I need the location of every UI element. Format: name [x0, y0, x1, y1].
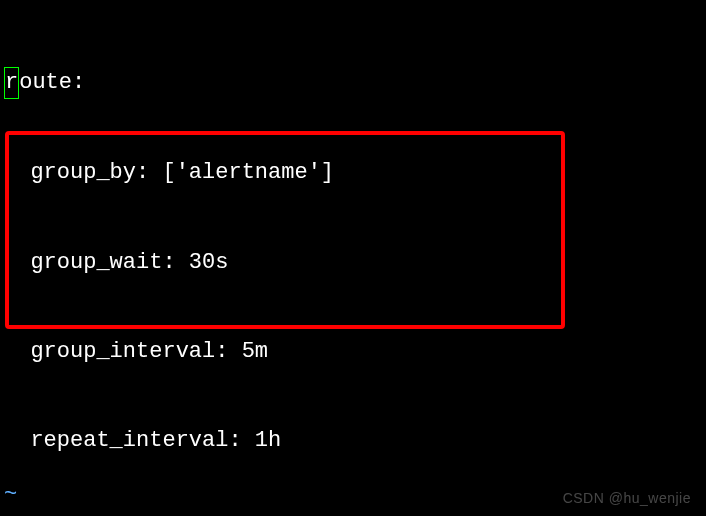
- vim-tilde: ~: [4, 480, 17, 510]
- config-line: route:: [4, 67, 702, 99]
- config-line: repeat_interval: 1h: [4, 426, 702, 456]
- config-line: group_wait: 30s: [4, 248, 702, 278]
- terminal-output: route: group_by: ['alertname'] group_wai…: [4, 8, 702, 516]
- config-line: group_interval: 5m: [4, 337, 702, 367]
- cursor: r: [4, 67, 19, 99]
- line-text: oute:: [19, 70, 85, 95]
- watermark-text: CSDN @hu_wenjie: [563, 489, 691, 508]
- config-line: group_by: ['alertname']: [4, 158, 702, 188]
